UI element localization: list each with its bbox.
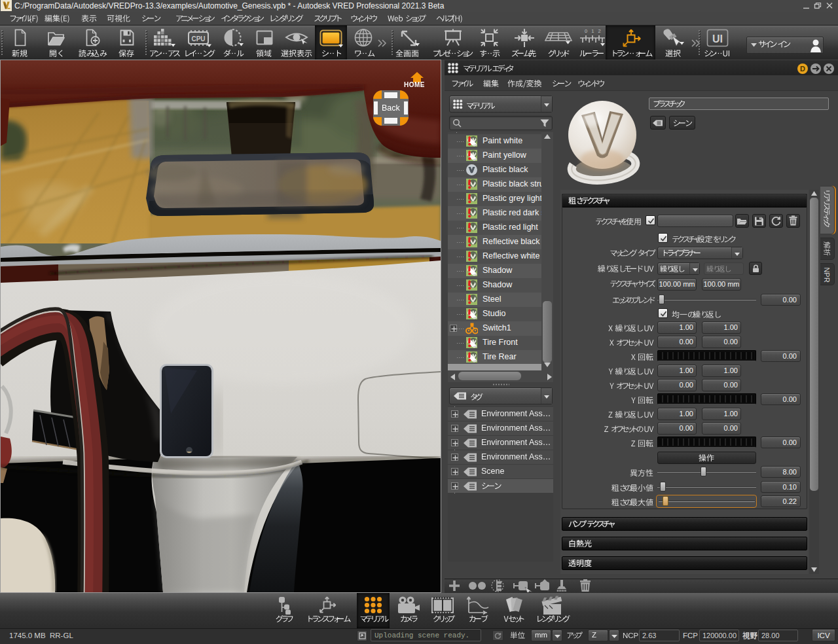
svg-text:0 1 2: 0 1 2 <box>585 28 602 34</box>
svg-text:UI: UI <box>712 33 723 45</box>
svg-text:D: D <box>800 65 805 73</box>
svg-text:CPU: CPU <box>191 35 205 43</box>
